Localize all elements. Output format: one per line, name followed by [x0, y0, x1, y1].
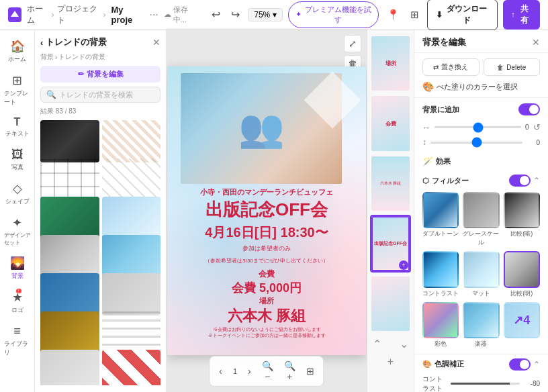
filter-bw-dark[interactable]: 比較(暗) — [504, 192, 540, 247]
filter-thumb-bw-light — [504, 251, 540, 287]
background-item-12[interactable] — [102, 311, 161, 354]
edit-background-button[interactable]: ✏ 背景を編集 — [40, 66, 161, 83]
background-item-8[interactable] — [102, 235, 161, 277]
delete-icon: 🗑 — [497, 64, 504, 71]
sidebar-item-library[interactable]: ≡ ライブラリ — [3, 320, 32, 361]
slide-thumb-3: 六本木 豚組 — [371, 156, 410, 211]
sidebar-item-logo[interactable]: ★ ! ロゴ — [3, 286, 32, 319]
zoom-in-button[interactable]: 🔍+ — [281, 359, 298, 383]
premium-button[interactable]: ✦ プレミアム機能を試す — [288, 1, 379, 28]
filter-contrast[interactable]: コントラスト — [422, 251, 459, 297]
slide-add-badge[interactable]: + — [399, 260, 408, 270]
delete-button[interactable]: 🗑 Delete — [484, 58, 541, 76]
background-item-10[interactable] — [102, 273, 161, 315]
color-expand-icon[interactable]: ⌃ — [533, 360, 540, 369]
slider-1-input[interactable] — [435, 126, 521, 128]
filter-label-bw-light: 比較(明) — [510, 289, 533, 298]
breadcrumb-home[interactable]: ホーム — [27, 3, 48, 26]
canvas-area[interactable]: ⤢ 🗑 👥 小寺・西田のマンデーランチビュッフェ 出版記念OFF会 4月16日[… — [167, 30, 367, 392]
share-button[interactable]: ↑ 共有 — [503, 0, 540, 30]
sidebar-item-home[interactable]: 🏠 ホーム — [3, 35, 32, 68]
filter-num[interactable]: ↗4 — [504, 302, 540, 348]
sidebar-item-shape[interactable]: ◇ シェイプ — [3, 177, 32, 210]
background-item-2[interactable] — [102, 120, 161, 162]
panel-breadcrumb-current: トレンドの背景 — [58, 52, 105, 62]
sidebar-item-photo[interactable]: 🖼 写真 — [3, 144, 32, 176]
more-options-icon[interactable]: ··· — [149, 9, 158, 21]
panel-back-icon[interactable]: ‹ — [40, 38, 43, 48]
sidebar-item-text[interactable]: T テキスト — [3, 112, 32, 142]
panel-breadcrumb-home[interactable]: 背景 — [40, 52, 54, 62]
logo-badge: ! — [16, 289, 21, 293]
color-correction-title: 🎨 色調補正 — [422, 359, 464, 369]
grid-toggle-button[interactable]: ⊞ — [304, 364, 317, 378]
filter-toggle-row: ⌃ — [509, 175, 540, 187]
background-item-14[interactable] — [102, 350, 161, 385]
slide-add-button[interactable]: + — [387, 356, 394, 368]
sidebar-label-logo: ロゴ — [11, 306, 24, 315]
zoom-out-button[interactable]: 🔍− — [259, 359, 276, 383]
filter-grayscale[interactable]: グレースケール — [463, 192, 499, 247]
background-item-5[interactable] — [40, 197, 99, 239]
sidebar-item-background[interactable]: 🌄 背景 — [3, 252, 32, 285]
panel-title-text: トレンドの背景 — [46, 36, 107, 48]
slide-item-5[interactable] — [370, 275, 411, 332]
canvas-expand-button[interactable]: ⤢ — [344, 35, 361, 52]
shape-icon: ◇ — [13, 181, 22, 196]
grid-icon-button[interactable]: ⊞ — [408, 6, 422, 23]
panel-close-icon[interactable]: ✕ — [152, 37, 161, 48]
slide-nav-down-button[interactable]: ⌄ — [400, 338, 408, 350]
download-button[interactable]: ⬇ ダウンロード — [427, 0, 498, 30]
filter-bg[interactable]: 楽器 — [463, 302, 499, 348]
slide-item-3[interactable]: 六本木 豚組 — [370, 155, 411, 212]
effects-icon-row: 🪄 効果 — [422, 156, 451, 166]
slider-2-track: ↕ 0 — [422, 138, 540, 147]
right-panel-close-icon[interactable]: ✕ — [532, 37, 540, 48]
undo-button[interactable]: ↩ — [209, 7, 223, 22]
breadcrumb-project[interactable]: プロジェクト — [57, 3, 101, 26]
background-item-1[interactable] — [40, 120, 99, 162]
filter-section-header: ⬡ フィルター ⌃ — [414, 169, 548, 189]
poster-text-block: 小寺・西田のマンデーランチビュッフェ 出版記念OFF会 4月16日[日] 18:… — [167, 187, 366, 339]
page-prev-button[interactable]: ‹ — [216, 364, 225, 378]
background-item-7[interactable] — [40, 235, 99, 277]
background-item-13[interactable] — [40, 350, 99, 385]
filter-color[interactable]: 彩色 — [422, 302, 459, 348]
design-asset-icon: ✦ — [12, 215, 22, 230]
add-to-bg-switch[interactable] — [518, 103, 540, 115]
filter-bw-light[interactable]: 比較(明) — [504, 251, 540, 297]
background-item-9[interactable] — [40, 273, 99, 315]
document-title[interactable]: My proje — [111, 5, 144, 25]
paint-color-row[interactable]: 🎨 べた塗りのカラーを選択 — [422, 81, 540, 92]
filter-toggle-switch[interactable] — [509, 175, 531, 187]
slide-nav: ⌃ ⌄ — [370, 335, 411, 353]
sidebar-item-template[interactable]: ⊞ テンプレート — [3, 69, 32, 111]
page-next-button[interactable]: › — [245, 364, 254, 378]
breadcrumb-sep1: › — [52, 10, 54, 19]
slide-nav-up-button[interactable]: ⌃ — [373, 338, 381, 350]
search-input[interactable] — [59, 91, 154, 99]
zoom-control[interactable]: 75% ▾ — [248, 8, 283, 21]
background-item-4[interactable] — [102, 158, 161, 201]
poster[interactable]: 👥 小寺・西田のマンデーランチビュッフェ 出版記念OFF会 4月16日[日] 1… — [167, 66, 366, 355]
filter-matte[interactable]: マット — [463, 251, 499, 297]
slide-item-4[interactable]: 出版記念OFF会 + — [370, 215, 411, 272]
slide-item-1[interactable]: 場所 — [370, 35, 411, 92]
slide-label-1: 場所 — [385, 60, 396, 67]
filter-label-bw-dark: 比較(暗) — [510, 230, 533, 238]
location-icon-button[interactable]: 📍 — [384, 6, 402, 23]
sidebar-item-design-asset[interactable]: ✦ デザインアセット — [3, 211, 32, 250]
filter-thumb-bg — [463, 302, 499, 338]
filter-double-tone[interactable]: ダブルトーン — [422, 192, 459, 247]
slider-1-reset-icon[interactable]: ↺ — [533, 122, 541, 132]
replace-label: 置き換え — [441, 62, 468, 72]
slide-item-2[interactable]: 会費 — [370, 95, 411, 152]
replace-button[interactable]: ⇄ 置き換え — [422, 58, 479, 76]
redo-button[interactable]: ↪ — [228, 7, 242, 22]
color-toggle-switch[interactable] — [509, 358, 531, 371]
slider-2-input[interactable] — [430, 142, 522, 144]
filter-expand-icon[interactable]: ⌃ — [533, 176, 540, 185]
background-item-3[interactable] — [40, 158, 99, 201]
background-item-11[interactable] — [40, 311, 99, 354]
background-item-6[interactable] — [102, 197, 161, 239]
